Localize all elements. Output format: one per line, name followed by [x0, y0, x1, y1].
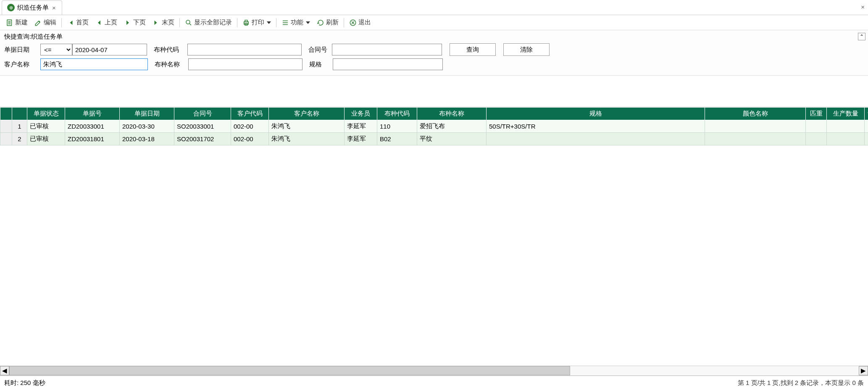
col-doc-no[interactable]: 单据号 [65, 108, 120, 120]
col-cust-code[interactable]: 客户代码 [231, 108, 269, 120]
elapsed-time: 耗时: 250 毫秒 [4, 379, 45, 387]
cell: 50S/TR+30S/TR [487, 120, 705, 133]
cell: 2020-03-18 [120, 133, 174, 145]
col-sales[interactable]: 业务员 [345, 108, 377, 120]
clear-button[interactable]: 清除 [503, 43, 550, 56]
customer-name-input[interactable] [40, 58, 148, 70]
col-doc-date[interactable]: 单据日期 [120, 108, 174, 120]
prev-page-button[interactable]: 上页 [92, 17, 121, 28]
scroll-left-icon[interactable]: ◀ [0, 366, 9, 375]
query-row-1: 单据日期 <= 布种代码 合同号 查询 清除 [4, 43, 864, 56]
contract-no-label: 合同号 [302, 46, 332, 54]
close-all-icon[interactable]: × [861, 3, 865, 11]
svg-point-4 [186, 20, 190, 24]
fabric-code-input[interactable] [187, 44, 302, 55]
last-label: 末页 [162, 18, 174, 26]
grid-table: 单据状态 单据号 单据日期 合同号 客户代码 客户名称 业务员 布种代码 布种名… [0, 107, 868, 145]
cell: 002-00 [231, 120, 269, 133]
last-page-button[interactable]: 末页 [149, 17, 178, 28]
function-button[interactable]: 功能 [278, 17, 313, 28]
contract-no-input[interactable] [332, 44, 442, 55]
separator [276, 18, 276, 27]
scroll-thumb[interactable] [9, 366, 570, 375]
cell [705, 120, 806, 133]
next-icon [124, 19, 132, 26]
col-contract-no[interactable]: 合同号 [174, 108, 231, 120]
fabric-name-input[interactable] [188, 58, 302, 70]
first-page-button[interactable]: 首页 [63, 17, 92, 28]
col-pi-weight[interactable]: 匹重 [806, 108, 827, 120]
spec-label: 规格 [302, 61, 333, 69]
date-operator-select[interactable]: <= [40, 44, 72, 55]
table-row[interactable]: 1已审核ZD200330012020-03-30SO20033001002-00… [0, 120, 868, 133]
col-fabric-code[interactable]: 布种代码 [377, 108, 417, 120]
rownum-cell: 2 [12, 133, 27, 145]
next-label: 下页 [133, 18, 146, 26]
collapse-icon[interactable]: ⌃ [858, 33, 865, 40]
tab-weaving-task[interactable]: ⊕ 织造任务单 × [2, 0, 62, 15]
cell: 已审核 [27, 133, 65, 145]
prev-icon [95, 19, 103, 26]
col-rownum[interactable] [12, 108, 27, 120]
separator [61, 18, 62, 27]
quick-query-title: 快捷查询:织造任务单 [4, 33, 864, 41]
last-icon [153, 19, 160, 26]
paging-info: 第 1 页/共 1 页,找到 2 条记录，本页显示 0 条 [738, 379, 864, 387]
cell: 朱鸿飞 [269, 120, 345, 133]
cell: 李延军 [345, 133, 377, 145]
edit-button[interactable]: 编辑 [31, 17, 60, 28]
separator [344, 18, 344, 27]
col-fabric-name[interactable]: 布种名称 [417, 108, 487, 120]
date-input[interactable] [72, 44, 147, 55]
query-button[interactable]: 查询 [450, 43, 496, 56]
next-page-button[interactable]: 下页 [121, 17, 149, 28]
cell: 李延军 [345, 120, 377, 133]
col-cust-name[interactable]: 客户名称 [269, 108, 345, 120]
print-label: 打印 [252, 18, 264, 26]
col-expand[interactable] [0, 108, 12, 120]
rownum-cell: 1 [12, 120, 27, 133]
col-spec[interactable]: 规格 [487, 108, 705, 120]
scroll-track[interactable] [9, 366, 859, 375]
exit-button[interactable]: 退出 [346, 17, 374, 28]
horizontal-scrollbar[interactable]: ◀ ▶ [0, 366, 868, 376]
tab-title: 织造任务单 [17, 4, 49, 12]
print-button[interactable]: 打印 [239, 17, 274, 28]
search-icon [185, 19, 192, 26]
close-icon[interactable]: × [51, 4, 57, 11]
toolbar: 新建 编辑 首页 上页 下页 末页 显示全部记录 打印 功能 刷新 [0, 15, 868, 30]
cell: 平纹 [417, 133, 487, 145]
exit-icon [349, 19, 357, 26]
expand-cell[interactable] [0, 133, 12, 145]
col-plan[interactable]: 计 [865, 108, 868, 120]
new-label: 新建 [15, 18, 28, 26]
customer-name-label: 客户名称 [4, 61, 40, 69]
list-icon [281, 19, 289, 26]
cell: ZD20033001 [65, 120, 120, 133]
col-color-name[interactable]: 颜色名称 [705, 108, 806, 120]
refresh-icon [317, 19, 324, 26]
scroll-right-icon[interactable]: ▶ [859, 366, 868, 375]
tab-bar: ⊕ 织造任务单 × × [0, 0, 868, 15]
cell: ZD20031801 [65, 133, 120, 145]
new-button[interactable]: 新建 [3, 17, 31, 28]
cell [806, 120, 827, 133]
edit-icon [34, 19, 42, 26]
col-prod-qty[interactable]: 生产数量 [827, 108, 865, 120]
refresh-button[interactable]: 刷新 [313, 17, 342, 28]
show-all-button[interactable]: 显示全部记录 [181, 17, 235, 28]
cell [705, 133, 806, 145]
cell: B02 [377, 133, 417, 145]
col-status[interactable]: 单据状态 [27, 108, 65, 120]
chevron-down-icon [267, 21, 271, 24]
cell: SO20031702 [174, 133, 231, 145]
cell: 002-00 [231, 133, 269, 145]
svg-line-5 [189, 24, 191, 25]
table-row[interactable]: 2已审核ZD200318012020-03-18SO20031702002-00… [0, 133, 868, 145]
quick-query-panel: 快捷查询:织造任务单 ⌃ 单据日期 <= 布种代码 合同号 查询 清除 客户名称… [0, 30, 868, 76]
expand-cell[interactable] [0, 120, 12, 133]
doc-date-label: 单据日期 [4, 46, 40, 54]
grid-header-row: 单据状态 单据号 单据日期 合同号 客户代码 客户名称 业务员 布种代码 布种名… [0, 108, 868, 120]
spec-input[interactable] [333, 58, 443, 70]
cell: 110 [377, 120, 417, 133]
